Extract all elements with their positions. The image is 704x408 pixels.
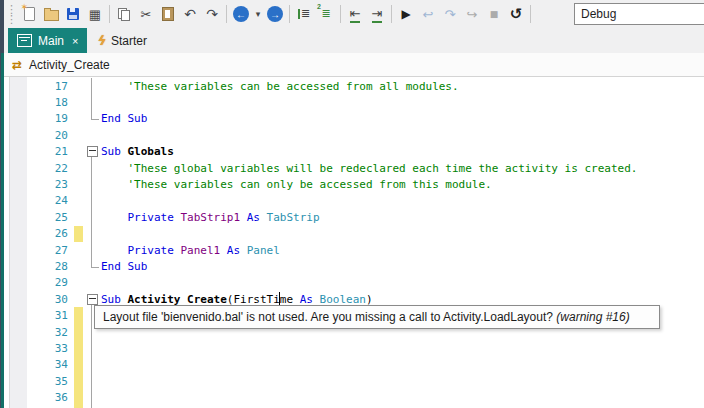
current-sub-label[interactable]: Activity_Create [29,58,110,72]
outdent-icon: ⇤ [350,6,361,23]
undo-icon-button[interactable]: ↶ [179,2,201,26]
fold-margin[interactable] [83,294,101,305]
restart-icon: ↺ [510,5,523,23]
build-configuration-dropdown[interactable]: Debug▾ [574,3,704,25]
code-text[interactable]: 'These variables can be accessed from al… [101,80,459,93]
line-number[interactable]: 31 [4,309,68,322]
code-text[interactable]: 'These variables can only be accessed fr… [101,178,492,191]
fold-structure-tick [91,119,99,120]
export-package-icon-button[interactable]: ▦ [84,2,106,26]
line-number[interactable]: 35 [4,375,68,388]
line-number[interactable]: 27 [4,244,68,257]
paste-icon-button[interactable] [157,2,179,26]
fold-structure-line [91,157,92,267]
warning-tooltip: Layout file 'bienvenido.bal' is not used… [94,305,660,329]
code-line[interactable]: 23 'These variables can only be accessed… [4,176,704,192]
code-text[interactable]: Private Panel1 As Panel [101,244,280,257]
restart-icon-button[interactable]: ↺ [505,2,527,26]
cut-icon-button[interactable]: ✂ [135,2,157,26]
line-number[interactable]: 24 [4,194,68,207]
run-icon-button[interactable]: ▶ [395,2,417,26]
step-into-icon-button[interactable]: ↩ [417,2,439,26]
code-line[interactable]: 33 [4,340,704,356]
ide-window: { "colors":{"accent_teal":"#16837c","key… [0,0,704,408]
line-number[interactable]: 36 [4,391,68,404]
step-over-icon-button[interactable]: ↷ [439,2,461,26]
code-line[interactable]: 36 [4,389,704,405]
code-text[interactable]: End Sub [101,260,147,273]
code-editor[interactable]: 17 'These variables can be accessed from… [4,77,704,408]
code-line[interactable]: 18 [4,94,704,110]
code-line[interactable]: 22 'These global variables will be redec… [4,160,704,176]
token-pl [101,244,128,257]
uncomment-block-icon-button[interactable]: 2≣ [315,2,337,26]
line-number[interactable]: 21 [4,145,68,158]
fold-margin[interactable] [83,146,101,157]
toolbar-separator [109,5,110,23]
change-bar-empty [74,258,83,274]
line-number[interactable]: 26 [4,227,68,240]
step-out-icon-button[interactable]: ↪ [461,2,483,26]
save-icon-button[interactable] [62,2,84,26]
navigate-forward-icon-button[interactable]: → [264,2,286,26]
toolbar-grip-handle[interactable]: ⋮⋮ [6,4,15,24]
code-line[interactable]: 29 [4,275,704,291]
line-number[interactable]: 20 [4,129,68,142]
line-number[interactable]: 19 [4,112,68,125]
change-bar-empty [74,242,83,258]
stop-icon-button[interactable]: ■ [483,2,505,26]
undo-icon: ↶ [184,6,196,22]
fold-collapse-icon[interactable] [87,294,98,305]
back-history-dropdown-icon-button[interactable]: ▾ [252,2,264,26]
change-bar [74,389,83,405]
code-line[interactable]: 21Sub Globals [4,144,704,160]
fold-collapse-icon[interactable] [87,146,98,157]
new-file-icon-button[interactable]: ✶ [18,2,40,26]
document-tab-strip: Main×ϟStarter [4,28,704,56]
token-pl [240,244,247,257]
line-number[interactable]: 22 [4,162,68,175]
line-number[interactable]: 33 [4,342,68,355]
tab-starter[interactable]: ϟStarter [87,28,156,53]
code-text[interactable]: Sub Globals [101,145,174,158]
tab-main[interactable]: Main× [8,28,87,53]
main-toolbar: ⋮⋮ ✶▦✂↶↷←▾→≣2≣⇤⇥▶↩↷↪■↺Debug▾Defa▾ [4,0,704,28]
outdent-icon-button[interactable]: ⇤ [344,2,366,26]
code-line[interactable]: 17 'These variables can be accessed from… [4,78,704,94]
change-bar-empty [74,275,83,291]
code-text[interactable]: Private TabStrip1 As TabStrip [101,211,320,224]
toolbar-separator [340,5,341,23]
copy-icon-button[interactable] [113,2,135,26]
code-line[interactable]: 27 Private Panel1 As Panel [4,242,704,258]
line-number[interactable]: 17 [4,80,68,93]
warning-tooltip-text: Layout file 'bienvenido.bal' is not used… [103,310,556,324]
run-icon: ▶ [401,7,410,21]
indent-icon-button[interactable]: ⇥ [366,2,388,26]
line-number[interactable]: 30 [4,293,68,306]
service-bolt-icon: ϟ [96,33,105,48]
redo-icon-button[interactable]: ↷ [201,2,223,26]
line-number[interactable]: 29 [4,276,68,289]
line-number[interactable]: 23 [4,178,68,191]
open-project-icon-button[interactable] [40,2,62,26]
code-line[interactable]: 26 [4,226,704,242]
comment-block-icon-button[interactable]: ≣ [293,2,315,26]
code-line[interactable]: 20 [4,127,704,143]
line-number[interactable]: 34 [4,358,68,371]
code-line[interactable]: 19End Sub [4,111,704,127]
line-number[interactable]: 28 [4,260,68,273]
close-icon[interactable]: × [72,35,78,47]
toolbar-separator [226,5,227,23]
code-text[interactable]: End Sub [101,112,147,125]
code-line[interactable]: 24 [4,193,704,209]
step-over-icon: ↷ [445,7,456,22]
code-line[interactable]: 35 [4,373,704,389]
line-number[interactable]: 25 [4,211,68,224]
code-line[interactable]: 28End Sub [4,258,704,274]
code-line[interactable]: 34 [4,357,704,373]
code-line[interactable]: 25 Private TabStrip1 As TabStrip [4,209,704,225]
line-number[interactable]: 18 [4,96,68,109]
navigate-back-icon-button[interactable]: ← [230,2,252,26]
line-number[interactable]: 32 [4,326,68,339]
code-text[interactable]: 'These global variables will be redeclar… [101,162,637,175]
